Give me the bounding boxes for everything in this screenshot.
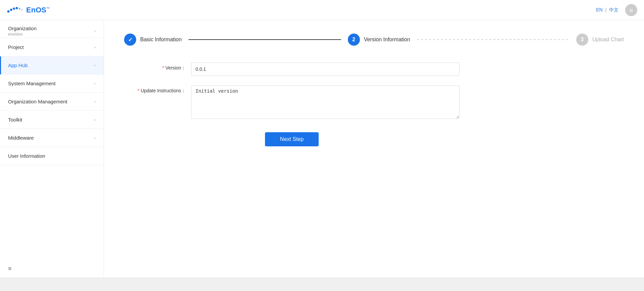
svg-point-2 xyxy=(13,7,15,10)
stepper: ✓ Basic Information 2 Version Informatio… xyxy=(124,34,624,46)
sidebar-item-app-hub[interactable]: App Hub › xyxy=(0,56,104,75)
required-star: * xyxy=(138,88,139,93)
svg-point-3 xyxy=(16,7,18,9)
logo-text: EnOS™ xyxy=(26,6,50,14)
sidebar-item-org-sub: envision xyxy=(8,32,37,37)
instructions-textarea[interactable]: Initial version xyxy=(191,85,460,119)
lang-en[interactable]: EN xyxy=(596,7,602,12)
step-2-number: 2 xyxy=(352,37,355,43)
sidebar-item-label: Project xyxy=(8,44,24,50)
svg-point-0 xyxy=(7,10,10,12)
instructions-label: *Update Instructions： xyxy=(124,85,191,94)
sidebar-item-project[interactable]: Project › xyxy=(0,38,104,56)
button-row: Next Step xyxy=(124,132,460,146)
header: EnOS™ EN | 中文 u xyxy=(0,0,644,20)
required-star: * xyxy=(162,65,164,70)
version-label: *Version： xyxy=(124,62,191,71)
sidebar-collapse-button[interactable]: ≡ xyxy=(0,260,104,278)
logo-icon xyxy=(7,5,23,15)
step-3-circle: 3 xyxy=(576,34,588,46)
sidebar-item-label: Organization Management xyxy=(8,99,67,104)
step-1-circle: ✓ xyxy=(124,34,136,46)
version-row: *Version： xyxy=(124,62,460,76)
chevron-right-icon: › xyxy=(94,63,96,68)
bottom-bar xyxy=(0,278,644,291)
version-info-form: *Version： *Update Instructions： Initial … xyxy=(124,62,460,146)
checkmark-icon: ✓ xyxy=(128,37,132,43)
lang-divider: | xyxy=(605,7,606,12)
step-basic-info: ✓ Basic Information xyxy=(124,34,182,46)
sidebar: Organization envision › Project › App Hu… xyxy=(0,20,104,278)
version-input[interactable] xyxy=(191,62,460,76)
user-avatar[interactable]: u xyxy=(625,4,637,16)
hamburger-icon: ≡ xyxy=(8,265,12,272)
svg-point-4 xyxy=(19,8,20,9)
chevron-right-icon: › xyxy=(94,81,96,86)
step-1-label: Basic Information xyxy=(140,37,182,43)
connector-2-3 xyxy=(417,39,570,40)
sidebar-item-label: System Management xyxy=(8,81,56,86)
chevron-right-icon: › xyxy=(94,45,96,50)
svg-point-5 xyxy=(21,9,22,10)
chevron-right-icon: › xyxy=(94,29,96,34)
sidebar-item-org-envision[interactable]: Organization envision › xyxy=(0,20,104,38)
main-layout: Organization envision › Project › App Hu… xyxy=(0,20,644,278)
sidebar-item-toolkit[interactable]: Toolkit › xyxy=(0,111,104,129)
content-area: ✓ Basic Information 2 Version Informatio… xyxy=(104,20,644,278)
sidebar-item-label: Middleware xyxy=(8,135,34,141)
sidebar-item-middleware[interactable]: Middleware › xyxy=(0,129,104,147)
language-switcher[interactable]: EN | 中文 xyxy=(596,7,619,13)
step-2-circle: 2 xyxy=(348,34,360,46)
chevron-right-icon: › xyxy=(94,99,96,104)
sidebar-item-organization-management[interactable]: Organization Management › xyxy=(0,93,104,111)
sidebar-item-label: App Hub xyxy=(8,62,28,68)
sidebar-item-label: User Information xyxy=(8,153,45,159)
step-2-label: Version Information xyxy=(364,37,410,43)
step-upload-chart: 3 Upload Chart xyxy=(576,34,624,46)
instructions-row: *Update Instructions： Initial version xyxy=(124,85,460,119)
connector-1-2 xyxy=(189,39,341,40)
lang-zh[interactable]: 中文 xyxy=(609,7,619,12)
step-version-info: 2 Version Information xyxy=(348,34,410,46)
header-right: EN | 中文 u xyxy=(596,4,637,16)
logo: EnOS™ xyxy=(7,5,50,15)
chevron-right-icon: › xyxy=(94,136,96,140)
chevron-right-icon: › xyxy=(94,117,96,122)
sidebar-item-org-label: Organization xyxy=(8,26,37,31)
step-3-number: 3 xyxy=(581,37,584,43)
sidebar-item-user-information[interactable]: User Information xyxy=(0,147,104,165)
svg-point-1 xyxy=(10,8,12,11)
step-3-label: Upload Chart xyxy=(592,37,624,43)
sidebar-item-system-management[interactable]: System Management › xyxy=(0,75,104,93)
next-step-button[interactable]: Next Step xyxy=(265,132,319,146)
sidebar-item-label: Toolkit xyxy=(8,117,22,123)
